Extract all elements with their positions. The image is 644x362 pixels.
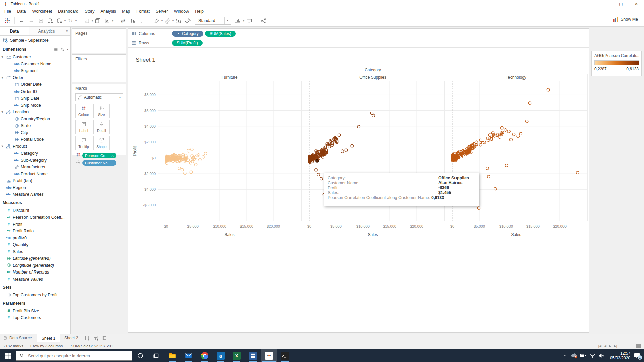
cortana-icon[interactable] xyxy=(132,349,148,362)
new-worksheet-tab-icon[interactable] xyxy=(83,334,92,342)
start-button[interactable] xyxy=(0,349,16,362)
color-legend-card[interactable]: AGG(Pearson Correlati... 0,2287 0,6133 xyxy=(591,51,642,76)
field-pearson-correlation-coeff-[interactable]: =#Pearson Correlation Coeff... xyxy=(0,214,70,221)
taskbar-search-box[interactable] xyxy=(16,351,132,361)
columns-shelf[interactable]: Columns Category SUM(Sales) xyxy=(128,29,589,38)
expand-field-icon[interactable] xyxy=(177,32,180,35)
field-segment[interactable]: AbcSegment xyxy=(0,67,70,74)
field-city[interactable]: City xyxy=(0,129,70,136)
field-ship-date[interactable]: Ship Date xyxy=(0,95,70,102)
marks-pill-pearson[interactable]: Pearson Co...△ xyxy=(82,153,116,158)
new-data-source-icon[interactable] xyxy=(46,16,54,25)
field-top-customers[interactable]: #Top Customers xyxy=(0,314,70,321)
tableau-taskbar-icon[interactable] xyxy=(261,349,277,362)
tab-analytics[interactable]: Analytics xyxy=(29,27,64,35)
save-icon[interactable] xyxy=(37,16,45,25)
sort-ascending-icon[interactable] xyxy=(128,16,137,25)
fix-axes-icon[interactable] xyxy=(184,16,192,25)
field-quantity[interactable]: #Quantity xyxy=(0,241,70,248)
new-worksheet-caret-icon[interactable]: ▾ xyxy=(92,19,93,22)
show-me-button[interactable]: Show Me xyxy=(613,17,638,22)
size-button[interactable]: Size xyxy=(93,104,110,118)
pause-auto-updates-icon[interactable] xyxy=(55,16,63,25)
new-worksheet-icon[interactable] xyxy=(83,16,91,25)
previous-sheet-icon[interactable]: ◀ xyxy=(604,344,606,348)
refresh-caret-icon[interactable]: ▾ xyxy=(75,19,77,22)
field-region[interactable]: AbcRegion xyxy=(0,184,70,191)
filters-shelf[interactable]: Filters xyxy=(72,54,126,82)
highlight-icon[interactable] xyxy=(152,16,160,25)
field-order-date[interactable]: Order Date xyxy=(0,81,70,88)
amazon-icon[interactable]: a xyxy=(213,349,229,362)
app-grid-icon[interactable] xyxy=(245,349,261,362)
battery-icon[interactable] xyxy=(580,354,587,358)
fit-dropdown[interactable]: Standard ▾ xyxy=(195,17,231,25)
detail-button[interactable]: Detail xyxy=(93,120,110,134)
tableau-logo-icon[interactable] xyxy=(3,16,11,25)
field-location[interactable]: ▼Location xyxy=(0,109,70,116)
menu-item-worksheet[interactable]: Worksheet xyxy=(29,8,55,15)
field-category[interactable]: AbcCategory xyxy=(0,150,70,157)
onedrive-error-icon[interactable] xyxy=(571,353,578,358)
show-filmstrip-icon[interactable] xyxy=(628,344,633,348)
menu-item-format[interactable]: Format xyxy=(133,8,153,15)
field-top-customers-by-profit[interactable]: Top Customers by Profit xyxy=(0,292,70,299)
close-button[interactable]: ✕ xyxy=(629,0,644,8)
field-measure-values[interactable]: #Measure Values xyxy=(0,276,70,283)
menu-item-map[interactable]: Map xyxy=(119,8,133,15)
text-label-icon[interactable] xyxy=(174,16,182,25)
field-latitude-generated-[interactable]: Latitude (generated) xyxy=(0,255,70,262)
show-tabs-icon[interactable] xyxy=(636,344,641,348)
menu-item-analysis[interactable]: Analysis xyxy=(97,8,119,15)
minimize-button[interactable]: – xyxy=(598,0,613,8)
shape-button[interactable]: Shape xyxy=(93,136,110,150)
task-view-icon[interactable] xyxy=(148,349,164,362)
search-input[interactable] xyxy=(27,353,122,359)
find-field-icon[interactable] xyxy=(60,47,65,52)
highlight-caret-icon[interactable]: ▾ xyxy=(161,19,163,22)
new-dashboard-tab-icon[interactable] xyxy=(92,334,100,342)
menu-item-help[interactable]: Help xyxy=(192,8,207,15)
view-as-list-icon[interactable] xyxy=(54,47,58,52)
clear-sheet-caret-icon[interactable]: ▾ xyxy=(112,19,113,22)
terminal-icon[interactable]: >_ xyxy=(277,349,293,362)
tray-chevron-icon[interactable] xyxy=(561,354,569,358)
colour-button[interactable]: Colour xyxy=(75,104,92,118)
pill-sum-sales[interactable]: SUM(Sales) xyxy=(205,31,236,37)
field-customer[interactable]: ▼Customer xyxy=(0,54,70,61)
field-customer-name[interactable]: AbcCustomer Name xyxy=(0,61,70,68)
pill-category[interactable]: Category xyxy=(172,31,203,37)
presentation-mode-icon[interactable] xyxy=(245,16,253,25)
maximize-button[interactable]: ▢ xyxy=(613,0,629,8)
field-profit-ratio[interactable]: =#Profit Ratio xyxy=(0,228,70,235)
field-order[interactable]: ▼Order xyxy=(0,74,70,81)
field-profit-0[interactable]: =T|Fprofit>0 xyxy=(0,235,70,242)
last-sheet-icon[interactable]: ▶| xyxy=(614,344,617,348)
field-product-name[interactable]: AbcProduct Name xyxy=(0,171,70,178)
pause-auto-updates-caret-icon[interactable]: ▾ xyxy=(64,19,66,22)
first-sheet-icon[interactable]: |◀ xyxy=(598,344,601,348)
show-sheet-sorter-icon[interactable] xyxy=(620,344,625,348)
speaker-icon[interactable] xyxy=(598,353,605,358)
field-profit-bin-[interactable]: Profit (bin) xyxy=(0,177,70,184)
field-ship-mode[interactable]: AbcShip Mode xyxy=(0,102,70,109)
field-measure-names[interactable]: AbcMeasure Names xyxy=(0,191,70,198)
field-product[interactable]: ▼Product xyxy=(0,143,70,150)
field-state[interactable]: State xyxy=(0,122,70,129)
wifi-icon[interactable] xyxy=(589,353,596,358)
paperclip-icon[interactable] xyxy=(163,16,171,25)
field-number-of-records[interactable]: =#Number of Records xyxy=(0,269,70,276)
menu-item-file[interactable]: File xyxy=(1,8,14,15)
menu-item-server[interactable]: Server xyxy=(153,8,171,15)
undo-icon[interactable]: ← xyxy=(18,16,26,25)
action-center-icon[interactable]: 1 xyxy=(632,353,642,358)
paperclip-caret-icon[interactable]: ▾ xyxy=(172,19,174,22)
show-mark-labels-icon[interactable] xyxy=(234,16,242,25)
taskbar-clock[interactable]: 12:57 05/03/2020 xyxy=(607,351,630,360)
field-postal-code[interactable]: Postal Code xyxy=(0,136,70,143)
mail-icon[interactable] xyxy=(180,349,197,362)
clear-sheet-icon[interactable] xyxy=(103,16,111,25)
field-longitude-generated-[interactable]: Longitude (generated) xyxy=(0,262,70,269)
swap-rows-columns-icon[interactable]: ⇄ xyxy=(119,16,127,25)
menu-item-story[interactable]: Story xyxy=(82,8,97,15)
